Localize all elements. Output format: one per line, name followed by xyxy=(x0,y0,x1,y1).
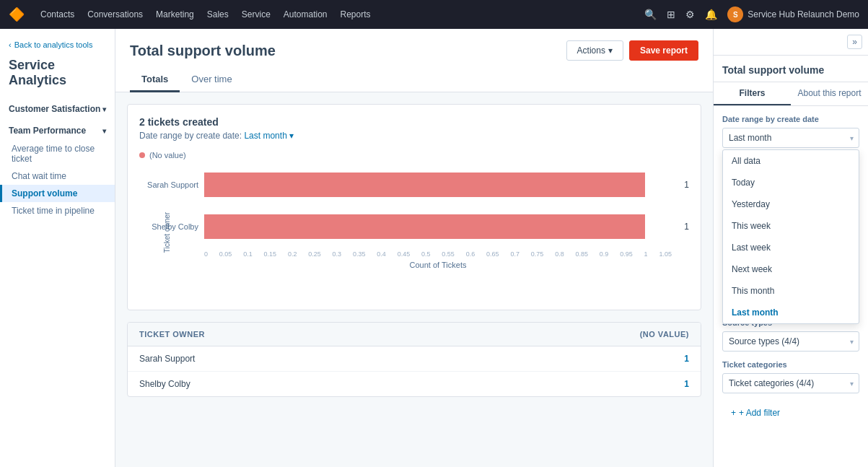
table-row: Shelby Colby 1 xyxy=(128,372,701,396)
right-panel-title: Total support volume xyxy=(714,56,868,82)
chart-bar-row-1: Sarah Support 1 xyxy=(204,173,689,197)
hubspot-logo[interactable]: 🔶 xyxy=(9,6,25,22)
dropdown-item-yesterday[interactable]: Yesterday xyxy=(723,193,859,215)
avatar: S xyxy=(727,6,743,22)
col-ticket-owner: TICKET OWNER xyxy=(139,330,205,339)
nav-conversations[interactable]: Conversations xyxy=(87,9,143,19)
sidebar-section-customer-satisfaction: Customer Satisfaction ▾ xyxy=(0,100,115,118)
rp-tab-about[interactable]: About this report xyxy=(791,82,868,105)
ticket-categories-select[interactable]: Ticket categories (4/4) xyxy=(722,373,859,393)
data-table: TICKET OWNER (NO VALUE) Sarah Support 1 … xyxy=(127,322,701,397)
nav-sales[interactable]: Sales xyxy=(207,9,229,19)
page-title: Total support volume xyxy=(130,43,276,59)
sidebar-section-team-performance: Team Performance ▾ Average time to close… xyxy=(0,121,115,219)
account-name: Service Hub Relaunch Demo xyxy=(748,9,859,19)
sidebar-section-header-customer-satisfaction[interactable]: Customer Satisfaction ▾ xyxy=(0,100,115,118)
rp-tab-filters[interactable]: Filters xyxy=(714,82,791,105)
collapse-panel-button[interactable]: » xyxy=(847,35,862,49)
marketplace-icon[interactable]: ⊞ xyxy=(667,9,675,20)
search-icon[interactable]: 🔍 xyxy=(644,9,657,20)
sidebar-item-ticket-pipeline[interactable]: Ticket time in pipeline xyxy=(0,202,115,219)
x-axis-ticks: 0 0.05 0.1 0.15 0.2 0.25 0.3 0.35 0.4 0.… xyxy=(204,250,689,258)
right-panel: » Total support volume Filters About thi… xyxy=(713,29,868,467)
account-menu[interactable]: S Service Hub Relaunch Demo xyxy=(727,6,859,22)
tab-totals[interactable]: Totals xyxy=(130,68,180,92)
bar-fill-1 xyxy=(204,173,645,197)
sidebar-item-avg-close[interactable]: Average time to close ticket xyxy=(0,140,115,167)
dropdown-item-this-week[interactable]: This week xyxy=(723,215,859,237)
bar-value-1: 1 xyxy=(684,180,689,190)
chart-summary: 2 tickets created xyxy=(139,116,689,128)
page-tabs: Totals Over time xyxy=(130,68,698,92)
dropdown-item-all-data[interactable]: All data xyxy=(723,150,859,172)
page-header: Total support volume Actions ▾ Save repo… xyxy=(115,29,713,92)
table-row: Sarah Support 1 xyxy=(128,346,701,372)
dropdown-item-last-week[interactable]: Last week xyxy=(723,237,859,258)
nav-marketing[interactable]: Marketing xyxy=(156,9,194,19)
add-filter-button[interactable]: + + Add filter xyxy=(722,402,859,424)
caret-down-icon: ▾ xyxy=(608,45,613,56)
dropdown-item-this-month[interactable]: This month xyxy=(723,280,859,302)
sidebar-section-header-team-performance[interactable]: Team Performance ▾ xyxy=(0,121,115,140)
plus-icon: + xyxy=(731,408,736,418)
sidebar-item-chat-wait[interactable]: Chat wait time xyxy=(0,167,115,185)
dropdown-item-today[interactable]: Today xyxy=(723,172,859,193)
tab-over-time[interactable]: Over time xyxy=(180,68,243,92)
nav-contacts[interactable]: Contacts xyxy=(40,9,74,19)
date-range-select-wrap: Last month All data Today Yesterday This… xyxy=(722,128,859,148)
save-report-button[interactable]: Save report xyxy=(629,40,698,61)
settings-icon[interactable]: ⚙ xyxy=(685,9,695,20)
source-types-select-wrap: Source types (4/4) ▾ xyxy=(722,331,859,352)
legend-dot xyxy=(139,152,145,158)
source-types-select[interactable]: Source types (4/4) xyxy=(722,331,859,352)
right-panel-filters: Date range by create date Last month All… xyxy=(714,106,868,432)
right-panel-tabs: Filters About this report xyxy=(714,82,868,106)
y-axis-label: Ticket owner xyxy=(163,212,171,253)
dropdown-item-next-week[interactable]: Next week xyxy=(723,258,859,280)
date-range-select[interactable]: Last month All data Today Yesterday This… xyxy=(722,128,859,148)
bar-label-1: Sarah Support xyxy=(141,180,198,189)
chart-section: 2 tickets created Date range by create d… xyxy=(127,104,701,310)
bar-label-2: Shelby Colby xyxy=(141,222,198,231)
back-arrow-icon: ‹ xyxy=(9,40,12,49)
row2-owner: Shelby Colby xyxy=(139,379,190,389)
bar-fill-2 xyxy=(204,214,645,239)
row1-value: 1 xyxy=(684,354,689,364)
row2-value: 1 xyxy=(684,379,689,389)
top-navigation: 🔶 Contacts Conversations Marketing Sales… xyxy=(0,0,868,29)
actions-button[interactable]: Actions ▾ xyxy=(566,40,623,61)
nav-reports[interactable]: Reports xyxy=(341,9,371,19)
sidebar: ‹ Back to analytics tools Service Analyt… xyxy=(0,29,115,467)
date-range-bar: Date range by create date: Last month ▾ xyxy=(139,131,689,141)
dropdown-item-last-month[interactable]: Last month xyxy=(723,302,859,323)
header-actions: Actions ▾ Save report xyxy=(566,40,698,61)
sidebar-title: Service Analytics xyxy=(0,58,115,100)
bar-value-2: 1 xyxy=(684,222,689,232)
col-no-value: (NO VALUE) xyxy=(640,330,689,339)
chevron-down-icon: ▾ xyxy=(102,105,106,113)
nav-service[interactable]: Service xyxy=(242,9,271,19)
chart-bar-row-2: Shelby Colby 1 xyxy=(204,214,689,239)
table-header: TICKET OWNER (NO VALUE) xyxy=(128,323,701,346)
date-range-dropdown: All data Today Yesterday This week Last … xyxy=(722,149,859,324)
date-range-filter-label: Date range by create date xyxy=(722,115,859,123)
ticket-categories-select-wrap: Ticket categories (4/4) ▾ xyxy=(722,373,859,393)
row1-owner: Sarah Support xyxy=(139,354,195,364)
legend-label: (No value) xyxy=(149,151,186,160)
x-axis-label: Count of Tickets xyxy=(204,261,689,269)
chevron-up-icon: ▾ xyxy=(102,127,106,135)
notifications-icon[interactable]: 🔔 xyxy=(705,9,717,20)
ticket-categories-label: Ticket categories xyxy=(722,360,859,369)
chart-legend: (No value) xyxy=(139,151,689,160)
back-to-analytics[interactable]: ‹ Back to analytics tools xyxy=(0,40,115,58)
main-content: Total support volume Actions ▾ Save repo… xyxy=(115,29,713,467)
sidebar-item-support-volume[interactable]: Support volume xyxy=(0,185,115,202)
nav-automation[interactable]: Automation xyxy=(284,9,328,19)
date-range-link[interactable]: Last month ▾ xyxy=(244,131,294,141)
